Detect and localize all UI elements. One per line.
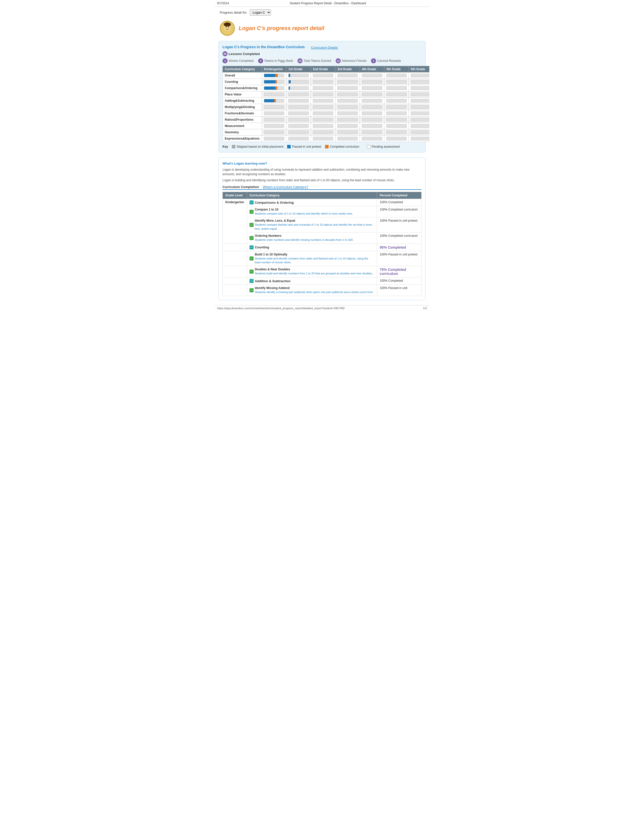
bar-cell xyxy=(262,117,287,123)
grade-sub-empty xyxy=(223,285,247,296)
col-curriculum-category: Curriculum Category xyxy=(247,192,377,199)
category-cell: Comparison&Ordering xyxy=(223,85,262,92)
tab-curriculum-completion[interactable]: Curriculum Completion xyxy=(222,185,259,189)
bar-cell xyxy=(311,72,335,79)
progress-detail-label: Progress detail for: xyxy=(220,11,247,14)
bar-cell xyxy=(385,135,409,142)
category-cell: Overall xyxy=(223,72,262,79)
key-skipped-label: Skipped based on initial placement xyxy=(237,145,283,148)
top-bar: 8/7/2014 Student Progress Report Detail … xyxy=(215,0,429,7)
col-g4: 4th Grade xyxy=(360,66,385,72)
sub-minus-icon: − xyxy=(250,223,254,227)
page-number: 1/3 xyxy=(423,307,427,310)
learning-section-card: What's Logan learning now? Logan is deve… xyxy=(219,158,425,300)
bar-cell xyxy=(360,117,385,123)
bar-cell xyxy=(262,98,287,104)
col-grade-level: Grade Level xyxy=(223,192,247,199)
avatar xyxy=(220,21,235,36)
bar-cell xyxy=(287,85,311,92)
bar-cell xyxy=(287,110,311,117)
bar-cell xyxy=(360,104,385,110)
bar-cell xyxy=(287,117,311,123)
bar-cell xyxy=(409,123,429,129)
bar-cell xyxy=(335,110,360,117)
curriculum-details-link[interactable]: Curriculum Details xyxy=(311,46,338,50)
stories-label: Stories Completed xyxy=(229,59,254,63)
category-cell: Adding&Subtracting xyxy=(223,98,262,104)
category-header-cell: − Comparisons & Ordering xyxy=(247,199,377,206)
whats-learning-title: What's Logan learning now? xyxy=(222,162,422,165)
key-completed-label: Completed curriculum xyxy=(330,145,359,148)
sub-percent-cell: 100% Passed in unit xyxy=(377,285,422,296)
bar-cell xyxy=(262,129,287,135)
bar-cell xyxy=(360,123,385,129)
curriculum-completion-tabs: Curriculum Completion What's a Curriculu… xyxy=(222,185,422,190)
bar-cell xyxy=(311,129,335,135)
grade-sub-empty xyxy=(223,251,247,266)
lessons-badge-label: Lessons Completed xyxy=(229,52,260,56)
bar-cell xyxy=(262,123,287,129)
sub-minus-icon: − xyxy=(250,288,254,292)
lessons-badge: 66 Lessons Completed xyxy=(222,51,260,56)
category-cell: Measurement xyxy=(223,123,262,129)
bar-cell xyxy=(335,117,360,123)
learning-text-2: Logan is building and identifying number… xyxy=(222,178,422,182)
bar-cell xyxy=(360,79,385,85)
bar-cell xyxy=(335,72,360,79)
grade-cell-empty xyxy=(223,277,247,285)
stat-stories: 1 Stories Completed xyxy=(222,58,254,63)
percent-cell: 100% Completed xyxy=(377,277,422,285)
bar-cell xyxy=(385,79,409,85)
total-tokens-label: Total Tokens Earned xyxy=(304,59,331,63)
minus-icon: − xyxy=(250,279,254,283)
sub-percent-cell: 75% Completed curriculum xyxy=(377,266,422,277)
bar-cell xyxy=(360,135,385,142)
bar-cell xyxy=(287,135,311,142)
category-cell: Ratios&Proportions xyxy=(223,117,262,123)
grade-cell: Kindergarten xyxy=(223,199,247,244)
col-g5: 5th Grade xyxy=(385,66,409,72)
bar-cell xyxy=(311,135,335,142)
percent-cell: 95% Completed xyxy=(377,244,422,251)
col-g1: 1st Grade xyxy=(287,66,311,72)
bar-cell xyxy=(409,135,429,142)
category-cell: Counting xyxy=(223,79,262,85)
tokens-bank-number: 3 xyxy=(258,58,263,63)
bar-cell xyxy=(335,85,360,92)
bar-cell xyxy=(311,117,335,123)
student-name-heading: Logan C's progress report detail xyxy=(239,25,324,32)
bar-cell xyxy=(409,104,429,110)
bar-cell xyxy=(385,98,409,104)
svg-point-2 xyxy=(224,23,231,26)
category-cell: Place Value xyxy=(223,92,262,98)
learning-text-1: Logan is developing understanding of usi… xyxy=(222,167,422,177)
tokens-bank-label: Tokens in Piggy Bank xyxy=(264,59,293,63)
bar-cell xyxy=(311,123,335,129)
bar-cell xyxy=(335,92,360,98)
student-select[interactable]: Logan C xyxy=(250,9,271,16)
stat-adventure: 12 Adventure Friends xyxy=(336,58,367,63)
bar-cell xyxy=(385,85,409,92)
bar-cell xyxy=(335,135,360,142)
key-pending-label: Pending assessment xyxy=(372,145,400,148)
bar-cell xyxy=(311,110,335,117)
key-passed-label: Passed in unit pretest xyxy=(292,145,321,148)
key-row: Key Skipped based on initial placement P… xyxy=(222,145,422,148)
bar-cell xyxy=(335,79,360,85)
bar-cell xyxy=(409,110,429,117)
bar-cell xyxy=(311,104,335,110)
bar-cell xyxy=(311,92,335,98)
carnival-number: 1 xyxy=(371,58,376,63)
bar-cell xyxy=(287,92,311,98)
sub-item-cell: − Compare 1 to 10 Students compare sets … xyxy=(247,206,377,217)
bar-cell xyxy=(262,110,287,117)
bar-cell xyxy=(385,123,409,129)
stats-row: 1 Stories Completed 3 Tokens in Piggy Ba… xyxy=(222,58,422,63)
sub-minus-icon: − xyxy=(250,270,254,273)
bar-cell xyxy=(335,98,360,104)
carnival-label: Carnival Rewards xyxy=(377,59,401,63)
bar-cell xyxy=(409,72,429,79)
tab-whats-curriculum[interactable]: What's a Curriculum Category? xyxy=(262,185,308,189)
grade-sub-empty xyxy=(223,266,247,277)
category-header-cell: − Addition & Subtraction xyxy=(247,277,377,285)
